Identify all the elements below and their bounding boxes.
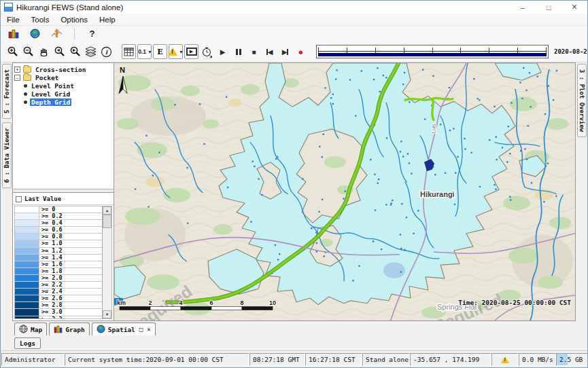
tree-item-cross-section[interactable]: +Cross-section	[14, 65, 112, 73]
pause-icon[interactable]	[231, 44, 245, 59]
legend-row-label: >= 1.0	[39, 240, 63, 246]
logs-button[interactable]: Logs	[14, 337, 41, 349]
play-icon[interactable]: ▶	[215, 44, 230, 59]
zoom-previous-icon[interactable]	[52, 44, 67, 59]
legend-swatch	[15, 289, 39, 295]
step-forward-icon[interactable]: ▶	[278, 44, 292, 59]
legend-swatch	[15, 220, 39, 226]
close-panel-icon[interactable]: ✕	[147, 326, 150, 333]
pan-icon[interactable]	[37, 44, 51, 59]
grid-display-icon[interactable]	[122, 44, 136, 59]
side-tab-plot-overview[interactable]: 3 : Plot Overview	[577, 64, 587, 137]
thresholds-dropdown[interactable]: ▼	[169, 44, 183, 59]
legend-swatch	[15, 261, 39, 268]
legend-swatch	[15, 316, 39, 319]
legend-row-label: >= 1.2	[39, 248, 63, 254]
status-network-rate: 0.0 MB/s	[519, 353, 556, 366]
legend-row-label: >= 2.8	[39, 302, 63, 308]
animation-icon[interactable]: ▶	[184, 44, 198, 59]
window-controls: –□✕	[510, 3, 587, 12]
status-memory: 2.5 GB	[556, 353, 588, 366]
side-tab-data-viewer[interactable]: 6 : Data Viewer	[2, 122, 12, 188]
legend-swatch	[15, 302, 39, 308]
bar-chart-icon	[54, 325, 63, 335]
zoom-in-icon[interactable]	[5, 44, 20, 59]
legend-swatch	[15, 309, 39, 315]
info-icon[interactable]: i	[99, 44, 114, 59]
record-icon[interactable]: ●	[294, 44, 308, 59]
scroll-down-icon[interactable]: ▼	[103, 310, 111, 318]
restore-panel-icon[interactable]: □	[139, 326, 143, 333]
tree-item-pocket[interactable]: -Pocket	[14, 73, 112, 81]
database-display-icon[interactable]	[6, 26, 20, 41]
svg-text:i: i	[105, 49, 109, 56]
layer-tree: +Cross-section-PocketLevel PointLevel Gr…	[13, 63, 114, 189]
status-system-time: Current system time:2020-09-01 00:00 CST	[65, 353, 249, 366]
tab-graph[interactable]: Graph	[49, 323, 90, 335]
minimize-button[interactable]: –	[510, 3, 536, 12]
map-canvas[interactable]: API Key Required API Key Required Hikura…	[114, 62, 576, 321]
legend-list: >= 0>= 0.2>= 0.4>= 0.6>= 0.8>= 1.0>= 1.2…	[15, 206, 102, 318]
scale-tick-label: 6	[209, 299, 213, 306]
tree-item-label: Depth Grid	[30, 98, 71, 106]
legend-swatch	[15, 206, 39, 213]
legend-row-label: >= 3.0	[39, 309, 63, 315]
legend-panel: Last Value >= 0>= 0.2>= 0.4>= 0.6>= 0.8>…	[13, 192, 114, 320]
current-datetime: 2020-08-25 00:00:00 CST	[554, 48, 588, 55]
title-bar: Hikurangi FEWS (Stand alone) –□✕	[1, 1, 587, 14]
menu-item-tools[interactable]: Tools	[31, 16, 50, 24]
timer-icon[interactable]	[200, 44, 214, 59]
tree-item-depth-grid[interactable]: Depth Grid	[14, 98, 112, 106]
stop-icon[interactable]: ■	[247, 44, 261, 59]
toolbar-separator	[74, 29, 75, 39]
main-area: 5 : Forecast6 : Data Viewer +Cross-secti…	[1, 62, 587, 321]
map-display-icon[interactable]	[28, 26, 42, 41]
zoom-next-icon[interactable]	[68, 44, 82, 59]
labels-toggle-icon[interactable]: E	[153, 44, 167, 59]
legend-swatch	[15, 240, 39, 246]
bullet-icon	[24, 84, 27, 88]
menu-item-options[interactable]: Options	[60, 16, 88, 24]
scroll-thumb[interactable]	[103, 215, 111, 228]
time-series-display-icon[interactable]	[50, 26, 64, 41]
legend-swatch	[15, 227, 39, 233]
tree-item-level-grid[interactable]: Level Grid	[14, 90, 112, 98]
legend-header: Last Value	[13, 193, 114, 205]
legend-scrollbar[interactable]: ▲ ▼	[102, 206, 111, 318]
tree-expander-icon[interactable]: -	[14, 75, 20, 81]
zoom-out-icon[interactable]	[21, 44, 35, 59]
step-back-icon[interactable]: ◀	[262, 44, 277, 59]
road-label: SH 1	[432, 124, 436, 134]
help-icon[interactable]: ?	[85, 26, 99, 41]
legend-row-label: >= 2.4	[39, 289, 63, 295]
legend-row-label: >= 0.8	[39, 234, 63, 240]
tree-item-label: Level Point	[30, 82, 75, 90]
legend-swatch	[15, 282, 39, 288]
timeline-slider[interactable]	[316, 45, 549, 58]
scroll-up-icon[interactable]: ▲	[103, 206, 111, 215]
last-value-checkbox[interactable]	[16, 196, 22, 202]
legend-row-label: >= 1.8	[39, 268, 63, 274]
layers-icon[interactable]	[84, 44, 98, 59]
close-button[interactable]: ✕	[561, 3, 587, 12]
tab-spatial[interactable]: Spatial□✕	[92, 323, 156, 335]
menu-item-file[interactable]: File	[7, 16, 20, 24]
legend-body: >= 0>= 0.2>= 0.4>= 0.6>= 0.8>= 1.0>= 1.2…	[14, 206, 112, 319]
side-tab-forecast[interactable]: 5 : Forecast	[2, 64, 12, 119]
scale-tick-label: 10	[269, 299, 276, 306]
status-local-time: 16:27:18 CST	[305, 353, 362, 366]
chevron-down-icon: ▼	[179, 50, 184, 54]
tree-item-level-point[interactable]: Level Point	[14, 81, 112, 90]
menu-item-help[interactable]: Help	[99, 16, 116, 24]
map-time-label: Time: 2020-08-25 00:00:00 CST	[458, 299, 571, 306]
tab-map[interactable]: Map	[14, 323, 47, 335]
legend-row-label: >= 2.6	[39, 295, 63, 301]
tree-expander-icon[interactable]: +	[14, 67, 20, 73]
legend-row-label: >= 0.6	[39, 227, 63, 233]
contour-value-dropdown[interactable]: 0.1 ▼	[137, 44, 152, 59]
maximize-button[interactable]: □	[536, 3, 561, 12]
logs-row: Logs	[1, 335, 587, 351]
contour-value: 0.1	[138, 48, 146, 55]
scroll-track[interactable]	[103, 215, 111, 310]
main-toolbar: ?	[1, 26, 587, 41]
